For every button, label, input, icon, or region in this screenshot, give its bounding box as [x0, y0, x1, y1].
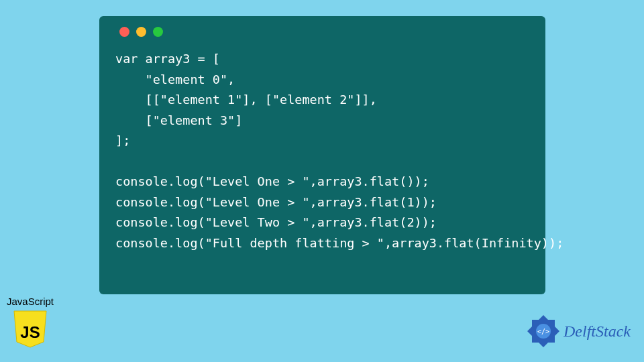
- javascript-badge: JavaScript JS: [7, 296, 54, 349]
- maximize-icon: [153, 27, 163, 37]
- code-content: var array3 = [ "element 0", [["element 1…: [115, 49, 529, 253]
- minimize-icon: [136, 27, 146, 37]
- svg-text:</>: </>: [537, 328, 549, 335]
- javascript-shield-icon: JS: [13, 310, 48, 349]
- js-badge-text: JS: [20, 323, 40, 342]
- code-window: var array3 = [ "element 0", [["element 1…: [99, 16, 545, 294]
- delftstack-logo: </> DelftStack: [526, 314, 631, 349]
- javascript-label: JavaScript: [7, 296, 54, 307]
- delftstack-name: DelftStack: [564, 322, 631, 341]
- delftstack-icon: </>: [526, 314, 561, 349]
- close-icon: [119, 27, 129, 37]
- window-controls: [119, 27, 529, 37]
